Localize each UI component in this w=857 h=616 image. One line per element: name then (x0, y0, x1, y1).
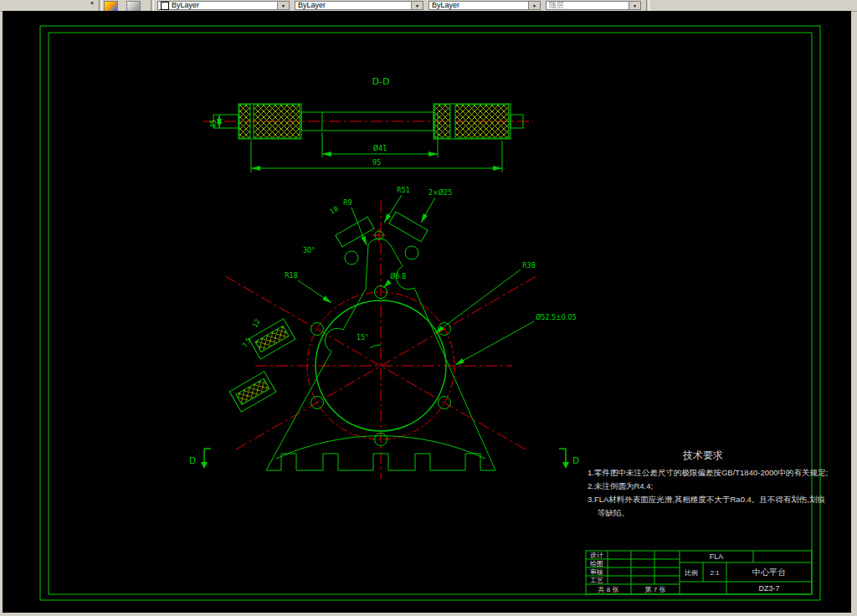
dim-label: 45 (210, 120, 218, 128)
color-swatch (161, 2, 169, 10)
dim-label: R18 (285, 272, 298, 280)
section-title: D-D (372, 76, 390, 87)
titleblock-row-label: 设计 (590, 552, 603, 559)
titleblock-row-label: 审核 (590, 568, 603, 576)
tech-req-line: 等缺陷。 (598, 508, 629, 517)
cut-label: D (189, 456, 196, 465)
lineweight-combo-value: ByLayer (432, 1, 459, 10)
chevron-down-icon[interactable]: ▼ (629, 2, 640, 9)
chevron-down-icon[interactable]: ▼ (528, 2, 540, 9)
hatch-region (254, 105, 300, 138)
cad-viewport[interactable]: D-D 95 Ø41 45 (3, 11, 851, 613)
titleblock-row-label: 工艺 (590, 577, 603, 584)
properties-toolbar: ▾ ByLayer ▼ ByLayer ▼ ByLayer ▼ 随层 ▼ (0, 0, 857, 12)
hatch-region (455, 105, 509, 138)
annotations: R51 2×Ø25 R9 18 30° R18 Ø6.8 R38 Ø52.5±0… (241, 187, 577, 365)
color-combo[interactable]: ByLayer ▼ (157, 1, 290, 10)
chevron-down-icon[interactable]: ▼ (411, 2, 423, 9)
titleblock-part-name: 中心平台 (752, 567, 786, 577)
titleblock-scale-value: 2:1 (710, 569, 720, 577)
titleblock-row-label: 绘图 (590, 560, 603, 567)
main-view: R51 2×Ø25 R9 18 30° R18 Ø6.8 R38 Ø52.5±0… (189, 187, 579, 479)
tech-req-line: 2.未注倒圆为R4.4; (588, 481, 653, 490)
color-combo-value: ByLayer (172, 1, 199, 10)
linetype-combo[interactable]: ByLayer ▼ (295, 1, 423, 10)
dim-label: Ø6.8 (390, 272, 406, 280)
dim-label: R51 (397, 187, 410, 194)
dim-label: 30° (303, 247, 315, 254)
linetype-combo-value: ByLayer (298, 1, 326, 10)
toolbar-separator (646, 0, 649, 11)
cut-mark-left: D (189, 449, 211, 469)
titleblock-code: FLA (710, 552, 724, 561)
hatch-region (239, 105, 250, 138)
dim-label: Ø41 (373, 144, 387, 152)
toolbar-separator (99, 0, 102, 11)
dim-label: Ø52.5±0.05 (536, 313, 577, 321)
tech-req-line: 1.零件图中未注公差尺寸的极限偏差按GB/T1840-2000中的有关规定; (588, 468, 828, 477)
cut-label: D (572, 456, 579, 465)
technical-requirements: 技术要求 1.零件图中未注公差尺寸的极限偏差按GB/T1840-2000中的有关… (588, 449, 828, 517)
toolbar-separator (151, 0, 154, 11)
plotstyle-combo[interactable]: 随层 ▼ (546, 1, 641, 10)
chevron-down-icon[interactable]: ▼ (277, 2, 289, 9)
dim-label: 2×Ø25 (428, 188, 452, 197)
dimension: Ø41 (322, 132, 438, 157)
section-view: D-D 95 Ø41 45 (203, 76, 533, 172)
dimension: 45 (210, 115, 219, 128)
toolbar-overflow-button[interactable]: ▾ (87, 0, 97, 10)
dim-label: 18 (329, 205, 340, 216)
cad-drawing: D-D 95 Ø41 45 (3, 11, 851, 613)
titleblock-sheets: 共 8 张 (598, 586, 619, 593)
plotstyle-combo-value: 随层 (549, 1, 564, 10)
hatch-region (434, 105, 450, 138)
titleblock-scale-label: 比例 (685, 569, 698, 577)
dim-label: 12 (251, 318, 262, 329)
titleblock-drawing-number: DZ3-7 (758, 584, 779, 593)
tech-req-line: 3.FLA材料外表面应光滑,其粗糙度不大于Ra0.4。且不得有划伤,划痕 (588, 495, 825, 504)
dim-label: 15° (357, 334, 368, 341)
tech-req-title: 技术要求 (682, 449, 723, 461)
titleblock-sheet-no: 第 7 张 (645, 586, 666, 593)
dim-label: R38 (522, 262, 536, 270)
dim-label: R9 (343, 199, 352, 207)
title-block: 设计 绘图 审核 工艺 共 8 张 第 7 张 比例 2:1 FLA 中心平台 … (586, 551, 812, 594)
cut-mark-right: D (559, 449, 579, 469)
lineweight-combo[interactable]: ByLayer ▼ (428, 1, 541, 10)
dim-label: 95 (372, 159, 381, 167)
clamp-insert (229, 372, 276, 412)
